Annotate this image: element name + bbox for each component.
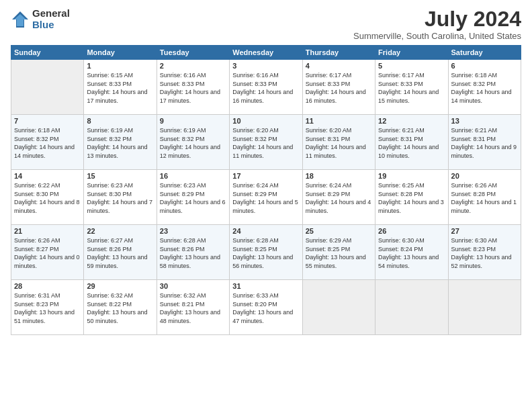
calendar-cell: 27Sunrise: 6:30 AMSunset: 8:23 PMDayligh… <box>448 225 521 280</box>
calendar-cell: 19Sunrise: 6:25 AMSunset: 8:28 PMDayligh… <box>375 170 448 225</box>
calendar-cell: 14Sunrise: 6:22 AMSunset: 8:30 PMDayligh… <box>11 170 84 225</box>
day-number: 21 <box>14 227 81 235</box>
day-number: 18 <box>306 172 372 180</box>
day-info: Sunrise: 6:23 AMSunset: 8:29 PMDaylight:… <box>160 181 226 215</box>
day-number: 16 <box>160 172 226 180</box>
day-number: 1 <box>87 62 153 70</box>
calendar-cell: 31Sunrise: 6:33 AMSunset: 8:20 PMDayligh… <box>230 280 302 335</box>
title-area: July 2024 Summerville, South Carolina, U… <box>353 8 521 41</box>
day-info: Sunrise: 6:27 AMSunset: 8:26 PMDaylight:… <box>87 236 153 270</box>
calendar-cell: 28Sunrise: 6:31 AMSunset: 8:23 PMDayligh… <box>11 280 84 335</box>
calendar-cell: 5Sunrise: 6:17 AMSunset: 8:33 PMDaylight… <box>375 60 448 115</box>
day-number: 14 <box>14 172 81 180</box>
calendar-week-row: 1Sunrise: 6:15 AMSunset: 8:33 PMDaylight… <box>11 60 521 115</box>
day-info: Sunrise: 6:33 AMSunset: 8:20 PMDaylight:… <box>232 291 299 325</box>
calendar-cell: 15Sunrise: 6:23 AMSunset: 8:30 PMDayligh… <box>84 170 157 225</box>
day-number: 4 <box>306 62 372 70</box>
calendar-week-row: 21Sunrise: 6:26 AMSunset: 8:27 PMDayligh… <box>11 225 521 280</box>
day-number: 29 <box>87 282 153 290</box>
calendar-cell: 21Sunrise: 6:26 AMSunset: 8:27 PMDayligh… <box>11 225 84 280</box>
calendar-cell: 23Sunrise: 6:28 AMSunset: 8:26 PMDayligh… <box>157 225 229 280</box>
day-info: Sunrise: 6:18 AMSunset: 8:32 PMDaylight:… <box>14 126 81 160</box>
calendar-cell: 17Sunrise: 6:24 AMSunset: 8:29 PMDayligh… <box>230 170 302 225</box>
calendar-cell: 16Sunrise: 6:23 AMSunset: 8:29 PMDayligh… <box>157 170 229 225</box>
calendar-cell: 4Sunrise: 6:17 AMSunset: 8:33 PMDaylight… <box>302 60 375 115</box>
day-number: 7 <box>14 117 81 125</box>
calendar-cell: 11Sunrise: 6:20 AMSunset: 8:31 PMDayligh… <box>302 115 375 170</box>
header-wednesday: Wednesday <box>230 46 302 60</box>
day-number: 23 <box>160 227 226 235</box>
day-number: 17 <box>232 172 299 180</box>
day-number: 12 <box>378 117 445 125</box>
calendar-cell: 1Sunrise: 6:15 AMSunset: 8:33 PMDaylight… <box>84 60 157 115</box>
header: General Blue July 2024 Summerville, Sout… <box>11 8 521 41</box>
calendar-cell <box>375 280 448 335</box>
day-number: 5 <box>378 62 445 70</box>
day-info: Sunrise: 6:21 AMSunset: 8:31 PMDaylight:… <box>451 126 518 160</box>
calendar-cell: 20Sunrise: 6:26 AMSunset: 8:28 PMDayligh… <box>448 170 521 225</box>
day-info: Sunrise: 6:15 AMSunset: 8:33 PMDaylight:… <box>87 71 153 105</box>
header-friday: Friday <box>375 46 448 60</box>
day-info: Sunrise: 6:18 AMSunset: 8:32 PMDaylight:… <box>451 71 518 105</box>
day-number: 25 <box>306 227 372 235</box>
header-monday: Monday <box>84 46 157 60</box>
calendar-cell: 13Sunrise: 6:21 AMSunset: 8:31 PMDayligh… <box>448 115 521 170</box>
day-number: 24 <box>232 227 299 235</box>
day-info: Sunrise: 6:16 AMSunset: 8:33 PMDaylight:… <box>160 71 226 105</box>
calendar-cell: 26Sunrise: 6:30 AMSunset: 8:24 PMDayligh… <box>375 225 448 280</box>
header-thursday: Thursday <box>302 46 375 60</box>
day-number: 30 <box>160 282 226 290</box>
day-info: Sunrise: 6:19 AMSunset: 8:32 PMDaylight:… <box>160 126 226 160</box>
day-number: 27 <box>451 227 518 235</box>
day-info: Sunrise: 6:32 AMSunset: 8:21 PMDaylight:… <box>160 291 226 325</box>
day-info: Sunrise: 6:26 AMSunset: 8:28 PMDaylight:… <box>451 181 518 215</box>
day-number: 9 <box>160 117 226 125</box>
calendar-table: Sunday Monday Tuesday Wednesday Thursday… <box>11 45 521 335</box>
calendar-cell: 25Sunrise: 6:29 AMSunset: 8:25 PMDayligh… <box>302 225 375 280</box>
day-number: 2 <box>160 62 226 70</box>
calendar-cell: 3Sunrise: 6:16 AMSunset: 8:33 PMDaylight… <box>230 60 302 115</box>
day-info: Sunrise: 6:16 AMSunset: 8:33 PMDaylight:… <box>232 71 299 105</box>
calendar-week-row: 14Sunrise: 6:22 AMSunset: 8:30 PMDayligh… <box>11 170 521 225</box>
day-info: Sunrise: 6:32 AMSunset: 8:22 PMDaylight:… <box>87 291 153 325</box>
calendar-cell: 10Sunrise: 6:20 AMSunset: 8:32 PMDayligh… <box>230 115 302 170</box>
calendar-cell <box>11 60 84 115</box>
day-info: Sunrise: 6:21 AMSunset: 8:31 PMDaylight:… <box>378 126 445 160</box>
day-info: Sunrise: 6:19 AMSunset: 8:32 PMDaylight:… <box>87 126 153 160</box>
header-tuesday: Tuesday <box>157 46 229 60</box>
day-info: Sunrise: 6:20 AMSunset: 8:32 PMDaylight:… <box>232 126 299 160</box>
day-number: 8 <box>87 117 153 125</box>
day-info: Sunrise: 6:17 AMSunset: 8:33 PMDaylight:… <box>306 71 372 105</box>
day-number: 15 <box>87 172 153 180</box>
day-number: 6 <box>451 62 518 70</box>
day-info: Sunrise: 6:24 AMSunset: 8:29 PMDaylight:… <box>232 181 299 215</box>
calendar-cell: 18Sunrise: 6:24 AMSunset: 8:29 PMDayligh… <box>302 170 375 225</box>
logo-blue: Blue <box>32 19 70 31</box>
location: Summerville, South Carolina, United Stat… <box>353 31 521 41</box>
day-number: 22 <box>87 227 153 235</box>
month-title: July 2024 <box>353 8 521 30</box>
calendar-cell: 6Sunrise: 6:18 AMSunset: 8:32 PMDaylight… <box>448 60 521 115</box>
page: General Blue July 2024 Summerville, Sout… <box>0 0 532 411</box>
calendar-cell: 2Sunrise: 6:16 AMSunset: 8:33 PMDaylight… <box>157 60 229 115</box>
calendar-cell <box>302 280 375 335</box>
day-number: 20 <box>451 172 518 180</box>
calendar-cell: 7Sunrise: 6:18 AMSunset: 8:32 PMDaylight… <box>11 115 84 170</box>
weekday-header-row: Sunday Monday Tuesday Wednesday Thursday… <box>11 46 521 60</box>
header-saturday: Saturday <box>448 46 521 60</box>
calendar-cell <box>448 280 521 335</box>
day-info: Sunrise: 6:30 AMSunset: 8:23 PMDaylight:… <box>451 236 518 270</box>
day-number: 31 <box>232 282 299 290</box>
logo-icon <box>11 10 30 29</box>
day-info: Sunrise: 6:28 AMSunset: 8:26 PMDaylight:… <box>160 236 226 270</box>
calendar-week-row: 28Sunrise: 6:31 AMSunset: 8:23 PMDayligh… <box>11 280 521 335</box>
day-info: Sunrise: 6:25 AMSunset: 8:28 PMDaylight:… <box>378 181 445 215</box>
day-number: 3 <box>232 62 299 70</box>
calendar-cell: 24Sunrise: 6:28 AMSunset: 8:25 PMDayligh… <box>230 225 302 280</box>
day-number: 11 <box>306 117 372 125</box>
day-number: 28 <box>14 282 81 290</box>
calendar-cell: 30Sunrise: 6:32 AMSunset: 8:21 PMDayligh… <box>157 280 229 335</box>
calendar-cell: 8Sunrise: 6:19 AMSunset: 8:32 PMDaylight… <box>84 115 157 170</box>
day-info: Sunrise: 6:17 AMSunset: 8:33 PMDaylight:… <box>378 71 445 105</box>
calendar-week-row: 7Sunrise: 6:18 AMSunset: 8:32 PMDaylight… <box>11 115 521 170</box>
